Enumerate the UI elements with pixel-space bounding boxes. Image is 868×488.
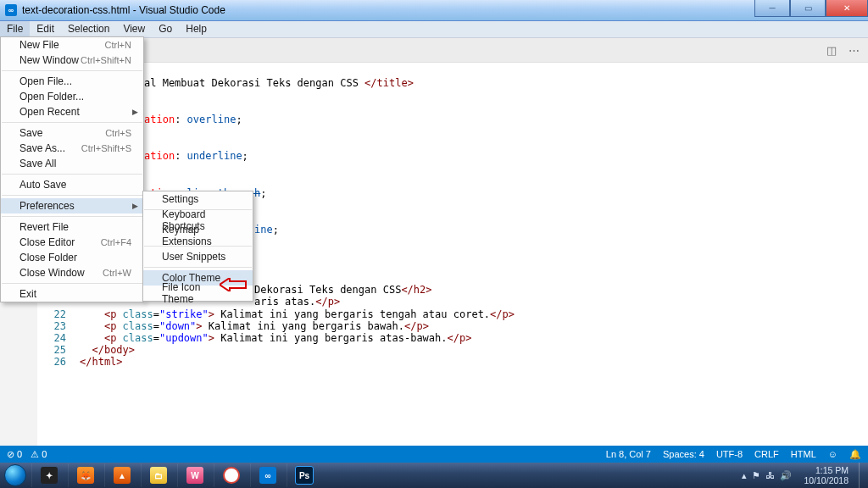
taskbar-app-winamp[interactable]: ✦ — [31, 463, 66, 487]
menu-bar: File Edit Selection View Go Help — [0, 21, 868, 38]
start-button[interactable] — [0, 463, 31, 488]
line-number: 25 — [54, 344, 66, 356]
taskbar-clock[interactable]: 1:15 PM 10/10/2018 — [797, 465, 855, 485]
taskbar-app-firefox[interactable]: 🦊 — [68, 463, 103, 487]
errors-icon[interactable]: ⊘ 0 — [7, 449, 22, 460]
pref-menu-keymap-ext[interactable]: Keymap Extensions — [143, 228, 253, 243]
file-menu-open-folder[interactable]: Open Folder... — [1, 89, 143, 104]
encoding[interactable]: UTF-8 — [716, 449, 743, 459]
warnings-icon[interactable]: ⚠ 0 — [31, 449, 47, 460]
file-menu-revert-file[interactable]: Revert File — [1, 219, 143, 235]
file-menu-new-file[interactable]: New FileCtrl+N — [1, 37, 143, 53]
taskbar-app-chrome[interactable] — [214, 463, 248, 487]
window-minimize-button[interactable]: ─ — [754, 0, 790, 17]
taskbar-app-vlc[interactable]: ▲ — [104, 463, 139, 487]
line-number: 22 — [54, 308, 66, 320]
vscode-app-icon: ∞ — [5, 4, 17, 16]
window-maximize-button[interactable]: ▭ — [790, 0, 826, 17]
tray-show-hidden-icon[interactable]: ▴ — [742, 470, 747, 481]
tray-action-center-icon[interactable]: ⚑ — [752, 470, 760, 481]
notifications-icon[interactable]: 🔔 — [849, 449, 861, 460]
file-menu-preferences[interactable]: Preferences▶ — [1, 198, 143, 214]
show-desktop-button[interactable] — [859, 463, 868, 488]
taskbar-app-vscode[interactable]: ∞ — [250, 463, 285, 487]
window-close-button[interactable]: ✕ — [826, 0, 868, 17]
tray-volume-icon[interactable]: 🔊 — [780, 470, 792, 481]
file-menu-close-window[interactable]: Close WindowCtrl+W — [1, 265, 143, 280]
line-number: 24 — [54, 332, 66, 344]
file-menu-auto-save[interactable]: Auto Save — [1, 177, 143, 192]
file-menu-close-folder[interactable]: Close Folder — [1, 250, 143, 265]
menu-file[interactable]: File — [0, 21, 30, 37]
menu-edit[interactable]: Edit — [30, 21, 61, 37]
file-menu-save-all[interactable]: Save All — [1, 156, 143, 171]
taskbar-app-photoshop[interactable]: Ps — [287, 463, 321, 487]
pref-menu-settings[interactable]: Settings — [143, 191, 253, 207]
system-tray[interactable]: ▴ ⚑ 🖧 🔊 — [737, 470, 797, 481]
windows-taskbar: ✦ 🦊 ▲ 🗀 W ∞ Ps ▴ ⚑ 🖧 🔊 1:15 PM 10/10/201… — [0, 463, 868, 488]
language-mode[interactable]: HTML — [791, 449, 816, 459]
chevron-right-icon: ▶ — [132, 202, 138, 210]
file-menu-save-as[interactable]: Save As...Ctrl+Shift+S — [1, 141, 143, 156]
chevron-right-icon: ▶ — [132, 108, 138, 116]
file-menu-new-window[interactable]: New WindowCtrl+Shift+N — [1, 53, 143, 68]
feedback-icon[interactable]: ☺ — [828, 449, 837, 459]
line-number: 23 — [54, 320, 66, 332]
cursor-position[interactable]: Ln 8, Col 7 — [606, 449, 651, 459]
pref-menu-user-snippets[interactable]: User Snippets — [143, 249, 253, 264]
window-title: text-decoration-css.html - Visual Studio… — [22, 4, 225, 16]
tray-network-icon[interactable]: 🖧 — [765, 470, 775, 481]
status-bar: ⊘ 0 ⚠ 0 Ln 8, Col 7 Spaces: 4 UTF-8 CRLF… — [0, 446, 868, 463]
window-title-bar: ∞ text-decoration-css.html - Visual Stud… — [0, 0, 868, 21]
more-actions-icon[interactable]: ⋯ — [849, 44, 860, 57]
file-menu-close-editor[interactable]: Close EditorCtrl+F4 — [1, 235, 143, 250]
file-menu-open-recent[interactable]: Open Recent▶ — [1, 104, 143, 119]
menu-go[interactable]: Go — [152, 21, 179, 37]
menu-help[interactable]: Help — [179, 21, 214, 37]
annotation-arrow-icon — [220, 278, 247, 291]
indentation[interactable]: Spaces: 4 — [663, 449, 704, 459]
split-editor-icon[interactable]: ◫ — [826, 44, 837, 57]
file-menu-exit[interactable]: Exit — [1, 286, 143, 302]
line-number: 26 — [54, 356, 66, 368]
taskbar-app-explorer[interactable]: 🗀 — [141, 463, 175, 487]
eol[interactable]: CRLF — [754, 449, 779, 459]
menu-view[interactable]: View — [116, 21, 152, 37]
file-menu-open-file[interactable]: Open File... — [1, 74, 143, 89]
taskbar-app-wamp[interactable]: W — [177, 463, 212, 487]
file-menu-dropdown: New FileCtrl+NNew WindowCtrl+Shift+NOpen… — [0, 36, 144, 302]
file-menu-save[interactable]: SaveCtrl+S — [1, 125, 143, 141]
menu-selection[interactable]: Selection — [61, 21, 116, 37]
